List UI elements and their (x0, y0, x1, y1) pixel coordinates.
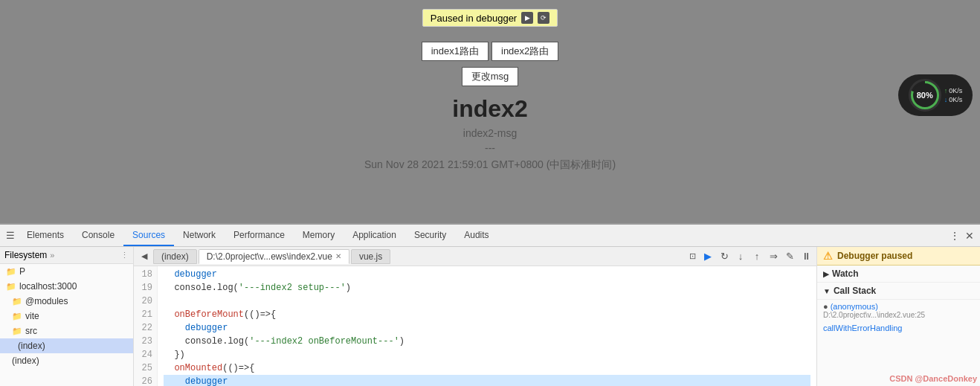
call-stack-arrow-icon: ▼ (823, 287, 831, 295)
page-separator: --- (485, 142, 495, 154)
devtools-tab-bar: ☰ Elements Console Sources Network Perfo… (0, 225, 980, 247)
folder-icon: 📁 (6, 267, 16, 277)
network-speeds: ↑ 0K/s ↓ 0K/s (944, 87, 963, 103)
code-content: debugger console.log('---index2 setup---… (158, 266, 816, 386)
update-msg-button[interactable]: 更改msg (462, 67, 519, 86)
page-area: Paused in debugger ▶ ⟳ index1路由 index2路由… (0, 0, 980, 223)
source-panel-icon[interactable]: ⊡ (686, 250, 699, 263)
source-tab-close-icon[interactable]: ✕ (335, 252, 341, 260)
deactivate-breakpoints-button[interactable]: ✎ (782, 249, 797, 264)
tab-console[interactable]: Console (73, 225, 123, 246)
debugger-paused-bar: ⚠ Debugger paused (817, 247, 980, 266)
call-stack-section-header[interactable]: ▼ Call Stack (817, 283, 980, 300)
network-upload: ↑ 0K/s (944, 87, 963, 94)
code-line-22: debugger (164, 321, 810, 335)
network-download: ↓ 0K/s (944, 96, 963, 103)
back-nav-icon[interactable]: ◀ (137, 249, 152, 264)
folder-icon: 📁 (12, 327, 22, 336)
devtools-close-button[interactable]: ✕ (962, 228, 977, 243)
code-line-23: console.log('---index2 onBeforeMount---'… (164, 335, 810, 348)
call-stack-item-anonymous[interactable]: ● (anonymous) D:\2.0project\v...\index2.… (817, 300, 980, 321)
sidebar-expand-icon[interactable]: » (50, 251, 54, 260)
step-over-button[interactable]: ↻ (717, 249, 732, 264)
line-numbers: 18 19 20 21 22 23 24 25 26 27 28 29 (134, 266, 158, 386)
watch-arrow-icon: ▶ (823, 270, 829, 278)
sidebar-item-index2[interactable]: (index) (0, 353, 133, 368)
folder-icon: 📁 (12, 312, 22, 321)
sidebar-item-localhost[interactable]: 📁 localhost:3000 (0, 279, 133, 294)
code-line-19: console.log('---index2 setup---') (164, 281, 810, 295)
call-stack-item-callwitherrorhandling[interactable]: callWithErrorHandling (817, 321, 980, 335)
source-tab-vuejs[interactable]: vue.js (351, 249, 390, 264)
devtools-panel: ☰ Elements Console Sources Network Perfo… (0, 223, 980, 386)
step-button[interactable]: ⇒ (766, 249, 781, 264)
folder-icon: 📁 (12, 297, 22, 306)
warning-icon: ⚠ (823, 250, 833, 262)
debugger-banner: Paused in debugger ▶ ⟳ (422, 9, 558, 27)
network-percent: 80% (913, 83, 937, 107)
network-circle: 80% (909, 79, 941, 112)
call-stack-item-loc: D:\2.0project\v...\index2.vue:25 (823, 311, 974, 319)
source-tab-row: ◀ (index) D:\2.0project\v...ews\index2.v… (134, 247, 816, 266)
tab-network[interactable]: Network (174, 225, 225, 246)
tab-audits[interactable]: Audits (455, 225, 497, 246)
watch-section-header[interactable]: ▶ Watch (817, 266, 980, 283)
tab-memory[interactable]: Memory (294, 225, 344, 246)
watch-label: Watch (832, 268, 859, 279)
devtools-more-button[interactable]: ⋮ (947, 228, 962, 243)
resume-icon[interactable]: ▶ (521, 12, 533, 24)
sidebar-item-index1[interactable]: (index) (0, 338, 133, 353)
devtools-sidebar: Filesystem » ⋮ 📁 P 📁 localhost:3000 📁 @m… (0, 247, 134, 386)
step-over-icon[interactable]: ⟳ (538, 12, 549, 24)
devtools-body: Filesystem » ⋮ 📁 P 📁 localhost:3000 📁 @m… (0, 247, 980, 386)
index1-route-button[interactable]: index1路由 (422, 42, 489, 61)
debugger-banner-text: Paused in debugger (431, 13, 517, 24)
sidebar-item-src[interactable]: 📁 src (0, 324, 133, 338)
source-tab-index[interactable]: (index) (153, 249, 197, 264)
code-line-20 (164, 295, 810, 308)
tab-application[interactable]: Application (344, 225, 405, 246)
page-date: Sun Nov 28 2021 21:59:01 GMT+0800 (中国标准时… (364, 158, 616, 172)
code-line-26: debugger (164, 375, 810, 386)
upload-arrow-icon: ↑ (944, 87, 948, 94)
page-title: index2 (452, 95, 527, 123)
tab-elements[interactable]: Elements (18, 225, 73, 246)
devtools-right-panel: ⚠ Debugger paused ▶ Watch ▼ Call Stack ●… (816, 247, 980, 386)
debugger-paused-text: Debugger paused (837, 251, 912, 261)
code-editor: 18 19 20 21 22 23 24 25 26 27 28 29 debu… (134, 266, 816, 386)
devtools-source-panel: ◀ (index) D:\2.0project\v...ews\index2.v… (134, 247, 816, 386)
step-out-button[interactable]: ↑ (749, 249, 764, 264)
devtools-menu-icon[interactable]: ☰ (3, 230, 18, 241)
download-arrow-icon: ↓ (944, 96, 948, 103)
source-tab-index2-vue[interactable]: D:\2.0project\v...ews\index2.vue ✕ (199, 249, 349, 264)
filesystem-label: Filesystem (4, 250, 47, 260)
code-line-18: debugger (164, 268, 810, 281)
index2-route-button[interactable]: index2路由 (491, 42, 558, 61)
call-stack-item-name: ● (anonymous) (823, 302, 974, 311)
tab-sources[interactable]: Sources (123, 225, 174, 246)
folder-icon: 📁 (6, 282, 16, 292)
code-line-21: onBeforeMount(()=>{ (164, 308, 810, 321)
sidebar-more-icon[interactable]: ⋮ (120, 251, 129, 260)
code-line-24: }) (164, 348, 810, 361)
sidebar-item-vite[interactable]: 📁 vite (0, 309, 133, 324)
sidebar-header: Filesystem » ⋮ (0, 247, 133, 264)
network-widget: 80% ↑ 0K/s ↓ 0K/s (898, 74, 973, 116)
resume-debugger-button[interactable]: ▶ (700, 249, 715, 264)
page-subtitle: index2-msg (463, 127, 517, 139)
code-line-25: onMounted(()=>{ (164, 361, 810, 375)
call-stack-item-name2: callWithErrorHandling (823, 324, 974, 332)
step-into-button[interactable]: ↓ (733, 249, 748, 264)
sidebar-item-p[interactable]: 📁 P (0, 264, 133, 279)
nav-buttons: index1路由 index2路由 (422, 42, 559, 61)
sidebar-item-modules[interactable]: 📁 @modules (0, 294, 133, 309)
call-stack-label: Call Stack (834, 286, 876, 296)
tab-performance[interactable]: Performance (225, 225, 294, 246)
tab-security[interactable]: Security (405, 225, 455, 246)
pause-on-exceptions-button[interactable]: ⏸ (799, 249, 813, 264)
